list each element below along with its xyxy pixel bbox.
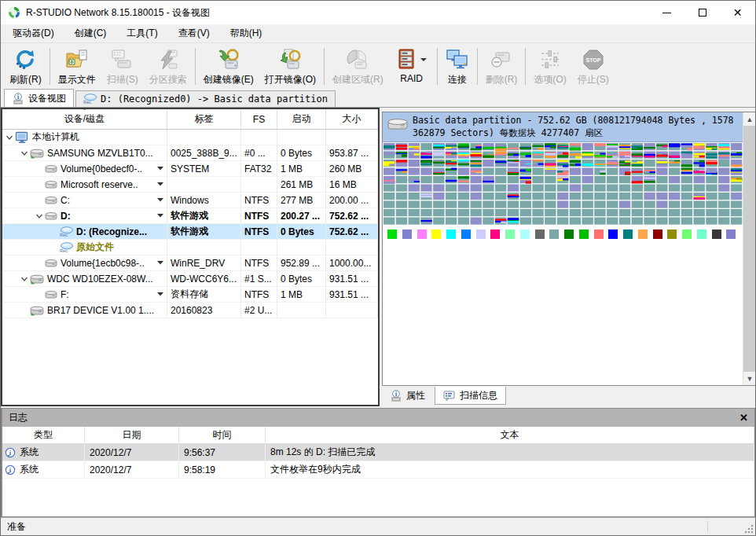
log-column-header-0[interactable]: 类型 — [2, 427, 85, 443]
maximize-icon — [699, 9, 706, 17]
view-tab-recognized-partition[interactable]: Rec.D: (Recognized0) -> Basic data parti… — [75, 90, 336, 107]
bottom-tab-scan-info[interactable]: 扫描信息 — [435, 387, 506, 405]
log-column-header-1[interactable]: 日期 — [85, 427, 179, 443]
scrollbar-thumb[interactable] — [743, 126, 756, 372]
expand-caret-icon[interactable] — [4, 134, 15, 141]
toolbar-button-refresh[interactable]: 刷新(R) — [4, 45, 47, 88]
toolbar-button-connect[interactable]: 连接 — [440, 45, 475, 88]
table-row[interactable]: WDC WD10EZEX-08W...WD-WCC6Y6...#1 S...0 … — [2, 271, 378, 287]
log-title-bar: 日志 ✕ — [2, 409, 754, 427]
table-row[interactable]: C:WindowsNTFS277 MB200.00 ... — [2, 193, 378, 208]
disk-icon — [30, 274, 44, 285]
stop-icon: STOP — [582, 46, 605, 73]
bottom-tab-properties[interactable]: i属性 — [382, 387, 433, 405]
toolbar-button-show-files[interactable]: 显示文件 — [53, 45, 101, 88]
column-header-1[interactable]: 标签 — [167, 109, 241, 129]
view-tab-label: 设备视图 — [28, 92, 66, 105]
log-table-header: 类型日期时间文本 — [2, 427, 754, 444]
boot-cell — [277, 130, 326, 145]
column-header-0[interactable]: ˆ设备/磁盘 — [2, 109, 167, 129]
legend-item-left: UFS/FFS超级块0 — [461, 228, 476, 240]
device-name: C: — [61, 195, 70, 206]
fs-cell-text: #1 S... — [244, 274, 272, 285]
combo-arrow-icon[interactable] — [155, 214, 163, 218]
legend-swatch — [402, 229, 412, 239]
fs-cell — [241, 177, 277, 193]
resize-grip-icon[interactable] — [744, 524, 754, 534]
device-tree-panel: ˆ设备/磁盘标签FS启动大小 本地计算机SAMSUNG MZVLB1T0...0… — [1, 108, 380, 406]
table-row[interactable]: 本地计算机 — [2, 130, 378, 145]
log-row[interactable]: i系统2020/12/79:58:19文件枚举在9秒内完成 — [2, 461, 754, 479]
menu-item-drive[interactable]: 驱动器(D) — [2, 24, 64, 42]
table-row[interactable]: Rec.D: (Recognize...软件游戏NTFS0 Bytes752.6… — [2, 224, 378, 240]
toolbar-button-raid[interactable]: RAID — [389, 45, 435, 88]
toolbar-button-create-image[interactable]: 创建镜像(E) — [198, 45, 259, 88]
rec-partition-icon: Rec. — [83, 94, 97, 105]
table-row[interactable]: BR17 DEVICE V1.00 1....20160823#2 U... — [2, 303, 378, 318]
view-tab-device-view[interactable]: i设备视图 — [4, 89, 74, 107]
combo-arrow-icon[interactable] — [155, 167, 163, 171]
log-row[interactable]: i系统2020/12/79:56:378m 12s 的 D: 扫描已完成 — [2, 444, 754, 461]
combo-arrow-icon[interactable] — [155, 261, 163, 265]
size-cell — [326, 130, 378, 145]
device-name-cell: Microsoft reserve.. — [2, 177, 167, 193]
boot-cell: 1 MB — [277, 287, 326, 303]
combo-arrow-icon[interactable] — [155, 198, 163, 202]
table-row[interactable]: Rec.原始文件 — [2, 240, 378, 255]
size-cell-text: 200.00 ... — [329, 195, 369, 206]
label-cell-text: 软件游戏 — [171, 225, 208, 238]
legend-item-left: APFS VolumeBlock0 — [505, 228, 520, 240]
log-column-header-2[interactable]: 时间 — [179, 427, 266, 443]
device-name-cell: WDC WD10EZEX-08W... — [2, 271, 167, 287]
menu-item-help[interactable]: 帮助(H) — [220, 24, 273, 42]
toolbar-button-label: 刷新(R) — [9, 73, 42, 86]
log-close-icon[interactable]: ✕ — [739, 413, 748, 423]
log-type-text: 系统 — [20, 446, 39, 459]
expand-caret-icon[interactable] — [34, 212, 45, 220]
table-row[interactable]: Volume{0bedecf0-..SYSTEMFAT321 MB260 MB — [2, 161, 378, 177]
table-row[interactable]: F:资料存储NTFS1 MB931.51 ... — [2, 287, 378, 303]
minimize-button[interactable] — [649, 1, 684, 24]
toolbar-button-stop: STOP停止(S) — [572, 45, 615, 88]
bottom-tab-label: 属性 — [406, 389, 425, 402]
maximize-button[interactable] — [684, 1, 720, 24]
combo-arrow-icon[interactable] — [155, 292, 163, 296]
expand-caret-icon[interactable] — [19, 149, 30, 157]
scan-scrollbar[interactable]: ▲ ▼ — [743, 112, 756, 385]
table-row[interactable]: Volume{1ecb0c98-..WinRE_DRVNTFS952.89 ..… — [2, 255, 378, 271]
legend-item-right: NTFS目录条目9648 — [564, 228, 579, 240]
scan-info-panel: Basic data partition - 752.62 GB (808121… — [382, 112, 756, 386]
legend-item-left: ReFS MetaBlock0 — [417, 228, 432, 240]
create-image-icon — [217, 46, 240, 73]
column-header-4[interactable]: 大小 — [326, 109, 378, 129]
menu-item-view[interactable]: 查看(V) — [168, 24, 220, 42]
toolbar: 刷新(R)显示文件扫描(S)分区搜索创建镜像(E)打开镜像(O)创建区域(R)R… — [1, 43, 755, 89]
computer-icon — [15, 131, 29, 144]
device-name-cell: Rec.原始文件 — [2, 240, 167, 255]
combo-arrow-icon[interactable] — [155, 182, 163, 186]
close-button[interactable]: ✕ — [720, 1, 755, 24]
legend-swatch — [594, 229, 604, 239]
scrollbar-down-icon[interactable]: ▼ — [743, 372, 756, 385]
toolbar-button-open-image[interactable]: 打开镜像(O) — [259, 45, 321, 88]
column-header-3[interactable]: 启动 — [277, 109, 326, 129]
column-header-2[interactable]: FS — [241, 109, 277, 129]
boot-cell-text: 952.89 ... — [281, 258, 320, 269]
close-icon: ✕ — [733, 7, 743, 18]
table-row[interactable]: SAMSUNG MZVLB1T0...0025_388B_9...#0 ...0… — [2, 145, 378, 161]
table-row[interactable]: Microsoft reserve..261 MB16 MB — [2, 177, 378, 193]
title-bar: R-STUDIO Network 8.15.180015 - 设备视图 ✕ — [1, 1, 755, 24]
menu-item-create[interactable]: 创建(C) — [64, 24, 117, 42]
fs-cell-text: NTFS — [244, 258, 269, 269]
scrollbar-up-icon[interactable]: ▲ — [743, 112, 756, 126]
disk-icon — [30, 148, 44, 159]
log-column-header-3[interactable]: 文本 — [266, 427, 754, 443]
dropdown-arrow-icon[interactable] — [418, 57, 429, 62]
expand-caret-icon[interactable] — [19, 275, 30, 283]
log-text-cell-text: 8m 12s 的 D: 扫描已完成 — [270, 446, 375, 459]
toolbar-button-label: 选项(O) — [534, 73, 566, 86]
legend-swatch — [476, 229, 486, 239]
log-column-label: 文本 — [501, 428, 519, 442]
menu-item-tools[interactable]: 工具(T) — [116, 24, 167, 42]
table-row[interactable]: D:软件游戏NTFS200.27 ...752.62 ... — [2, 208, 378, 224]
